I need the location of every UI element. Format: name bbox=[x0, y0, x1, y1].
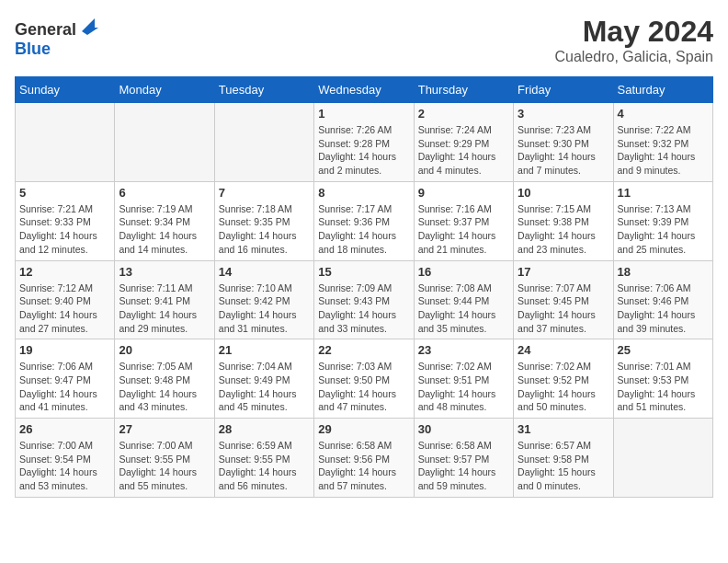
day-info: Sunrise: 7:00 AM Sunset: 9:54 PM Dayligh… bbox=[19, 439, 110, 493]
day-info: Sunrise: 6:58 AM Sunset: 9:57 PM Dayligh… bbox=[418, 439, 509, 493]
day-info: Sunrise: 7:13 AM Sunset: 9:39 PM Dayligh… bbox=[618, 202, 709, 257]
calendar-title: May 2024 bbox=[554, 15, 713, 49]
calendar-cell: 30Sunrise: 6:58 AM Sunset: 9:57 PM Dayli… bbox=[414, 419, 513, 498]
col-header-friday: Friday bbox=[514, 77, 613, 103]
calendar-subtitle: Cualedro, Galicia, Spain bbox=[554, 49, 713, 65]
calendar-cell: 26Sunrise: 7:00 AM Sunset: 9:54 PM Dayli… bbox=[16, 419, 115, 498]
day-number: 27 bbox=[119, 422, 210, 436]
calendar-cell: 23Sunrise: 7:02 AM Sunset: 9:51 PM Dayli… bbox=[414, 339, 513, 419]
day-info: Sunrise: 6:57 AM Sunset: 9:58 PM Dayligh… bbox=[518, 439, 609, 493]
calendar-cell: 14Sunrise: 7:10 AM Sunset: 9:42 PM Dayli… bbox=[214, 260, 313, 339]
day-info: Sunrise: 7:19 AM Sunset: 9:34 PM Dayligh… bbox=[119, 202, 210, 257]
calendar-cell: 18Sunrise: 7:06 AM Sunset: 9:46 PM Dayli… bbox=[613, 260, 712, 339]
day-number: 26 bbox=[19, 422, 110, 436]
day-number: 11 bbox=[618, 186, 709, 200]
day-info: Sunrise: 7:01 AM Sunset: 9:53 PM Dayligh… bbox=[618, 360, 709, 414]
day-info: Sunrise: 7:26 AM Sunset: 9:28 PM Dayligh… bbox=[318, 123, 409, 178]
day-number: 10 bbox=[518, 186, 609, 200]
day-number: 5 bbox=[19, 186, 110, 200]
day-number: 8 bbox=[318, 186, 409, 200]
calendar-cell: 27Sunrise: 7:00 AM Sunset: 9:55 PM Dayli… bbox=[115, 419, 214, 498]
day-info: Sunrise: 7:04 AM Sunset: 9:49 PM Dayligh… bbox=[219, 360, 310, 414]
day-info: Sunrise: 7:18 AM Sunset: 9:35 PM Dayligh… bbox=[219, 202, 310, 257]
col-header-sunday: Sunday bbox=[16, 77, 115, 103]
calendar-cell: 29Sunrise: 6:58 AM Sunset: 9:56 PM Dayli… bbox=[314, 419, 414, 498]
day-info: Sunrise: 7:09 AM Sunset: 9:43 PM Dayligh… bbox=[318, 282, 409, 336]
day-number: 7 bbox=[219, 186, 310, 200]
day-number: 23 bbox=[418, 343, 509, 357]
calendar-cell: 24Sunrise: 7:02 AM Sunset: 9:52 PM Dayli… bbox=[514, 339, 613, 419]
calendar-table: SundayMondayTuesdayWednesdayThursdayFrid… bbox=[15, 76, 713, 498]
page-header: General Blue May 2024 Cualedro, Galicia,… bbox=[15, 15, 713, 65]
col-header-thursday: Thursday bbox=[414, 77, 513, 103]
calendar-cell bbox=[115, 103, 214, 182]
logo-icon bbox=[78, 15, 98, 35]
col-header-wednesday: Wednesday bbox=[314, 77, 414, 103]
day-number: 12 bbox=[19, 265, 110, 279]
calendar-cell: 12Sunrise: 7:12 AM Sunset: 9:40 PM Dayli… bbox=[16, 260, 115, 339]
day-number: 19 bbox=[19, 343, 110, 357]
calendar-cell: 28Sunrise: 6:59 AM Sunset: 9:55 PM Dayli… bbox=[214, 419, 313, 498]
day-number: 30 bbox=[418, 422, 509, 436]
calendar-cell: 3Sunrise: 7:23 AM Sunset: 9:30 PM Daylig… bbox=[514, 103, 613, 182]
day-info: Sunrise: 7:15 AM Sunset: 9:38 PM Dayligh… bbox=[518, 202, 609, 257]
day-number: 2 bbox=[418, 107, 509, 121]
calendar-cell: 20Sunrise: 7:05 AM Sunset: 9:48 PM Dayli… bbox=[115, 339, 214, 419]
day-number: 22 bbox=[318, 343, 409, 357]
col-header-monday: Monday bbox=[115, 77, 214, 103]
day-info: Sunrise: 7:00 AM Sunset: 9:55 PM Dayligh… bbox=[119, 439, 210, 493]
day-info: Sunrise: 7:11 AM Sunset: 9:41 PM Dayligh… bbox=[119, 282, 210, 336]
calendar-cell: 17Sunrise: 7:07 AM Sunset: 9:45 PM Dayli… bbox=[514, 260, 613, 339]
day-number: 17 bbox=[518, 265, 609, 279]
calendar-cell: 5Sunrise: 7:21 AM Sunset: 9:33 PM Daylig… bbox=[16, 181, 115, 260]
calendar-cell: 13Sunrise: 7:11 AM Sunset: 9:41 PM Dayli… bbox=[115, 260, 214, 339]
calendar-cell: 1Sunrise: 7:26 AM Sunset: 9:28 PM Daylig… bbox=[314, 103, 414, 182]
day-number: 6 bbox=[119, 186, 210, 200]
title-block: May 2024 Cualedro, Galicia, Spain bbox=[554, 15, 713, 65]
day-info: Sunrise: 7:07 AM Sunset: 9:45 PM Dayligh… bbox=[518, 282, 609, 336]
logo-blue: Blue bbox=[15, 40, 51, 58]
logo: General Blue bbox=[15, 15, 98, 59]
day-number: 18 bbox=[618, 265, 709, 279]
day-info: Sunrise: 6:58 AM Sunset: 9:56 PM Dayligh… bbox=[318, 439, 409, 493]
calendar-cell: 10Sunrise: 7:15 AM Sunset: 9:38 PM Dayli… bbox=[514, 181, 613, 260]
day-info: Sunrise: 7:16 AM Sunset: 9:37 PM Dayligh… bbox=[418, 202, 509, 257]
calendar-cell: 2Sunrise: 7:24 AM Sunset: 9:29 PM Daylig… bbox=[414, 103, 513, 182]
calendar-cell bbox=[613, 419, 712, 498]
day-number: 9 bbox=[418, 186, 509, 200]
calendar-cell: 16Sunrise: 7:08 AM Sunset: 9:44 PM Dayli… bbox=[414, 260, 513, 339]
calendar-cell: 22Sunrise: 7:03 AM Sunset: 9:50 PM Dayli… bbox=[314, 339, 414, 419]
calendar-cell: 19Sunrise: 7:06 AM Sunset: 9:47 PM Dayli… bbox=[16, 339, 115, 419]
svg-marker-0 bbox=[82, 18, 98, 35]
day-number: 15 bbox=[318, 265, 409, 279]
calendar-cell: 7Sunrise: 7:18 AM Sunset: 9:35 PM Daylig… bbox=[214, 181, 313, 260]
day-info: Sunrise: 7:02 AM Sunset: 9:52 PM Dayligh… bbox=[518, 360, 609, 414]
day-number: 28 bbox=[219, 422, 310, 436]
calendar-cell: 15Sunrise: 7:09 AM Sunset: 9:43 PM Dayli… bbox=[314, 260, 414, 339]
day-info: Sunrise: 7:23 AM Sunset: 9:30 PM Dayligh… bbox=[518, 123, 609, 178]
day-number: 29 bbox=[318, 422, 409, 436]
day-number: 14 bbox=[219, 265, 310, 279]
day-number: 21 bbox=[219, 343, 310, 357]
day-info: Sunrise: 7:22 AM Sunset: 9:32 PM Dayligh… bbox=[618, 123, 709, 178]
day-info: Sunrise: 6:59 AM Sunset: 9:55 PM Dayligh… bbox=[219, 439, 310, 493]
day-number: 31 bbox=[518, 422, 609, 436]
calendar-cell: 4Sunrise: 7:22 AM Sunset: 9:32 PM Daylig… bbox=[613, 103, 712, 182]
day-info: Sunrise: 7:08 AM Sunset: 9:44 PM Dayligh… bbox=[418, 282, 509, 336]
day-info: Sunrise: 7:06 AM Sunset: 9:46 PM Dayligh… bbox=[618, 282, 709, 336]
logo-general: General bbox=[15, 20, 76, 39]
day-number: 4 bbox=[618, 107, 709, 121]
calendar-cell: 25Sunrise: 7:01 AM Sunset: 9:53 PM Dayli… bbox=[613, 339, 712, 419]
day-info: Sunrise: 7:12 AM Sunset: 9:40 PM Dayligh… bbox=[19, 282, 110, 336]
day-number: 13 bbox=[119, 265, 210, 279]
day-info: Sunrise: 7:24 AM Sunset: 9:29 PM Dayligh… bbox=[418, 123, 509, 178]
calendar-cell: 8Sunrise: 7:17 AM Sunset: 9:36 PM Daylig… bbox=[314, 181, 414, 260]
day-info: Sunrise: 7:10 AM Sunset: 9:42 PM Dayligh… bbox=[219, 282, 310, 336]
day-info: Sunrise: 7:06 AM Sunset: 9:47 PM Dayligh… bbox=[19, 360, 110, 414]
day-number: 24 bbox=[518, 343, 609, 357]
day-info: Sunrise: 7:05 AM Sunset: 9:48 PM Dayligh… bbox=[119, 360, 210, 414]
day-info: Sunrise: 7:17 AM Sunset: 9:36 PM Dayligh… bbox=[318, 202, 409, 257]
col-header-tuesday: Tuesday bbox=[214, 77, 313, 103]
calendar-cell: 21Sunrise: 7:04 AM Sunset: 9:49 PM Dayli… bbox=[214, 339, 313, 419]
day-number: 1 bbox=[318, 107, 409, 121]
